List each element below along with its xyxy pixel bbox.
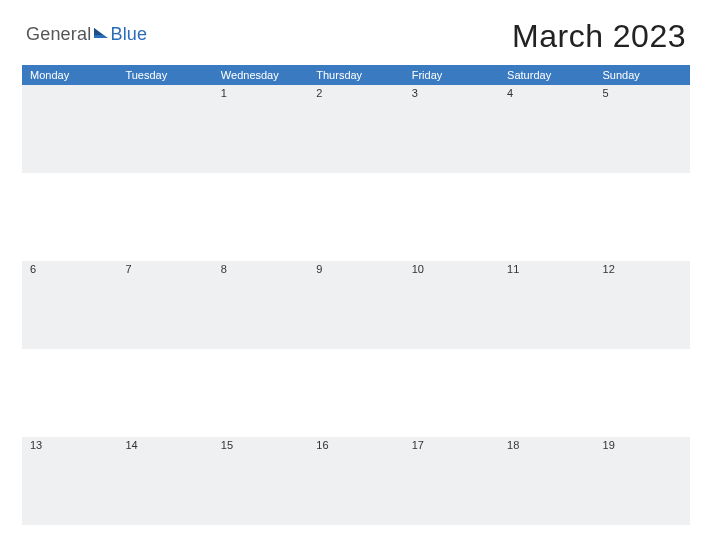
week-body <box>22 349 690 437</box>
day-number: 14 <box>117 437 212 525</box>
day-number: 19 <box>595 437 690 525</box>
weekday-header: Monday <box>22 65 117 85</box>
week-numbers: 6 7 8 9 10 11 12 <box>22 261 690 349</box>
weekday-header: Friday <box>404 65 499 85</box>
weekday-header: Sunday <box>595 65 690 85</box>
weekday-header: Saturday <box>499 65 594 85</box>
week-body <box>22 525 690 550</box>
day-number: 15 <box>213 437 308 525</box>
day-number: 10 <box>404 261 499 349</box>
day-number: 6 <box>22 261 117 349</box>
weekday-header: Wednesday <box>213 65 308 85</box>
day-number: 18 <box>499 437 594 525</box>
day-number: 3 <box>404 85 499 173</box>
brand-mark-icon <box>94 28 108 42</box>
day-number: 5 <box>595 85 690 173</box>
week-numbers: 13 14 15 16 17 18 19 <box>22 437 690 525</box>
day-number: 16 <box>308 437 403 525</box>
day-number: 1 <box>213 85 308 173</box>
day-number <box>22 85 117 173</box>
calendar-body: 1 2 3 4 5 6 7 8 9 10 11 12 13 14 15 <box>22 85 690 550</box>
weekday-header-row: Monday Tuesday Wednesday Thursday Friday… <box>22 65 690 85</box>
day-number: 13 <box>22 437 117 525</box>
day-number: 8 <box>213 261 308 349</box>
week-body <box>22 173 690 261</box>
day-number: 17 <box>404 437 499 525</box>
weekday-header: Thursday <box>308 65 403 85</box>
page-title: March 2023 <box>512 18 686 55</box>
week-numbers: 1 2 3 4 5 <box>22 85 690 173</box>
day-number: 9 <box>308 261 403 349</box>
calendar-page: General Blue March 2023 Monday Tuesday W… <box>0 0 712 550</box>
day-number: 11 <box>499 261 594 349</box>
brand-logo: General Blue <box>26 18 147 45</box>
day-number <box>117 85 212 173</box>
day-number: 12 <box>595 261 690 349</box>
weekday-header: Tuesday <box>117 65 212 85</box>
day-number: 7 <box>117 261 212 349</box>
header: General Blue March 2023 <box>22 18 690 55</box>
day-number: 2 <box>308 85 403 173</box>
brand-part1: General <box>26 24 91 45</box>
day-number: 4 <box>499 85 594 173</box>
brand-part2: Blue <box>110 24 147 45</box>
calendar-grid: Monday Tuesday Wednesday Thursday Friday… <box>22 65 690 550</box>
